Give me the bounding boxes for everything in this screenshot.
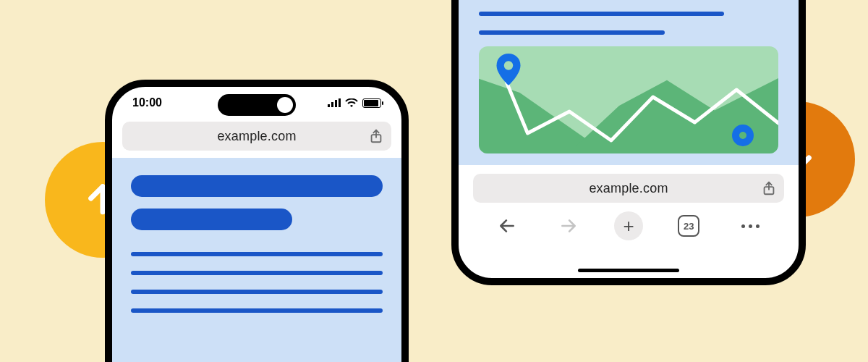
phone-side-button [105,243,106,284]
more-icon [741,224,760,228]
home-indicator [578,269,679,272]
share-icon[interactable] [761,180,777,196]
address-bar[interactable]: example.com [473,174,784,203]
phone-mockup-bottom-addressbar: example.com + 23 [451,0,806,285]
content-line-placeholder [131,308,383,313]
content-heading-placeholder [131,209,292,230]
phone-side-button [105,249,106,310]
status-bar: 10:00 [112,87,401,119]
phone-mockup-top-addressbar: 10:00 example.com [105,80,409,362]
svg-rect-1 [331,102,333,107]
address-bar-url: example.com [122,129,391,144]
map-thumbnail[interactable] [479,46,778,153]
content-line-placeholder [131,252,383,256]
map-location-dot-icon [732,125,754,146]
phone-side-button [105,213,106,235]
browser-toolbar: + 23 [459,209,799,248]
share-icon[interactable] [368,128,384,144]
status-icons [328,98,381,108]
content-line-placeholder [131,271,383,275]
battery-icon [362,98,381,108]
svg-rect-2 [335,100,337,107]
svg-point-5 [504,61,513,70]
wifi-icon [345,98,358,108]
page-content [459,0,799,165]
cellular-signal-icon [328,98,341,107]
phone-side-button [804,36,806,80]
tabs-button[interactable]: 23 [673,210,705,242]
content-line-placeholder [479,30,665,35]
dynamic-island [218,94,296,116]
svg-rect-3 [339,98,341,107]
status-time: 10:00 [132,96,162,109]
content-line-placeholder [131,290,383,294]
back-button[interactable] [491,210,523,242]
tabs-count-badge: 23 [678,215,699,237]
svg-rect-0 [328,104,330,107]
address-bar[interactable]: example.com [122,122,391,151]
phone-side-button [105,291,106,332]
page-content [112,158,401,362]
new-tab-button[interactable]: + [614,211,643,240]
content-line-placeholder [479,12,724,16]
address-bar-url: example.com [473,181,784,196]
forward-button[interactable] [553,210,584,242]
map-pin-icon [496,54,521,85]
more-menu-button[interactable] [734,210,766,242]
content-heading-placeholder [131,175,383,197]
